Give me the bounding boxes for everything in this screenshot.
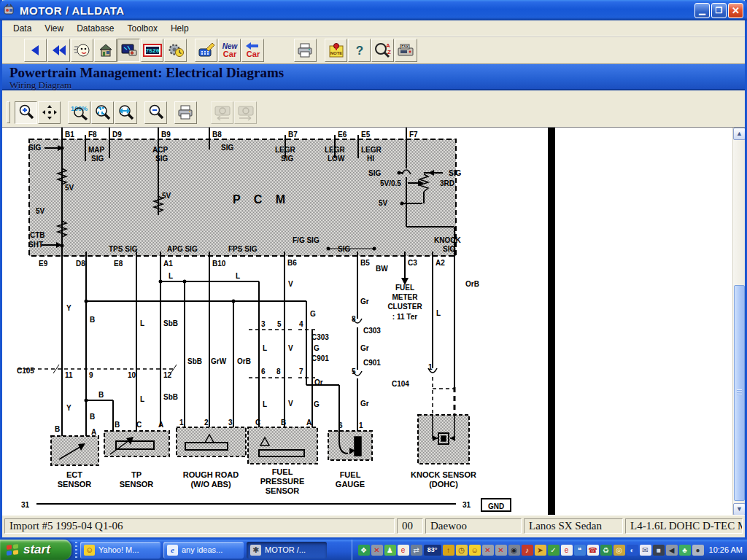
- diagram-label: B: [115, 421, 120, 429]
- svg-text:NOTE: NOTE: [330, 51, 342, 55]
- messenger-icon[interactable]: ❖: [358, 545, 370, 556]
- title-bar[interactable]: MOTOR / ALLDATA ▁ ❐ ✕: [0, 0, 747, 20]
- network-offline-icon[interactable]: ✕: [482, 545, 494, 556]
- diagram-label: C104: [392, 380, 409, 388]
- diagram-label: 1: [428, 363, 433, 371]
- camera-right-icon: [236, 104, 255, 121]
- diagram-label: B8: [212, 131, 222, 139]
- menu-help[interactable]: Help: [164, 22, 196, 35]
- back-button[interactable]: [24, 39, 47, 62]
- network-offline2-icon[interactable]: ✕: [495, 545, 507, 556]
- menu-database[interactable]: Database: [70, 22, 120, 35]
- fax-button[interactable]: FAX: [395, 39, 417, 62]
- diagram-label: MAP: [88, 146, 105, 154]
- weather-icon[interactable]: 83°: [424, 545, 441, 556]
- task-yahoo-messenger[interactable]: ☺ Yahoo! M...: [80, 542, 160, 559]
- diagram-label: GrW: [211, 357, 227, 365]
- diagram-label: CTB: [30, 231, 45, 239]
- motor-app-icon: ✱: [250, 545, 261, 556]
- history-back-button[interactable]: [47, 39, 70, 62]
- minimize-button[interactable]: ▁: [694, 3, 710, 18]
- chat-icon[interactable]: ❝: [574, 545, 586, 556]
- task-motor-alldata[interactable]: ✱ MOTOR /...: [247, 542, 327, 559]
- menu-data[interactable]: Data: [7, 22, 38, 35]
- menu-view[interactable]: View: [38, 22, 70, 35]
- quicklaunch-grip[interactable]: [75, 542, 77, 558]
- display-icon[interactable]: ■: [653, 545, 665, 556]
- fax-icon: FAX: [397, 42, 416, 58]
- diagram-label: TPS SIG: [109, 245, 138, 253]
- previous-car-button[interactable]: Car: [241, 39, 264, 62]
- task-internet-explorer[interactable]: e any ideas...: [163, 542, 244, 559]
- yahoo-messenger-icon[interactable]: ☺: [469, 545, 481, 556]
- printer-icon: [297, 42, 314, 58]
- agent-icon[interactable]: e: [561, 545, 573, 556]
- repair-button[interactable]: [195, 39, 217, 62]
- zoom-fit-button[interactable]: [91, 101, 114, 124]
- help-button[interactable]: ?: [348, 39, 371, 62]
- upload-icon[interactable]: ↑: [443, 545, 454, 556]
- diagram-label: SHT: [28, 241, 43, 249]
- wiring-diagram-canvas[interactable]: B1F8D9B9B8B7E6E5F7SIGMAPSIGACPSIGSIGLEGR…: [2, 128, 732, 515]
- alarm-icon[interactable]: ◷: [456, 545, 468, 556]
- vertical-scrollbar[interactable]: ▲ ▼: [732, 128, 745, 515]
- app-window: MOTOR / ALLDATA ▁ ❐ ✕ Data View Database…: [0, 0, 747, 540]
- restore-button[interactable]: ❐: [711, 3, 727, 18]
- leaf-icon[interactable]: ♣: [679, 545, 691, 556]
- previous-diagram-button[interactable]: [211, 101, 233, 124]
- new-car-button[interactable]: New Car: [218, 39, 241, 62]
- recycle-icon[interactable]: ♻: [600, 545, 612, 556]
- search-az-button[interactable]: A Z: [371, 39, 394, 62]
- pointer-icon[interactable]: ➤: [535, 545, 546, 556]
- diagram-label: FUEL: [272, 467, 293, 476]
- odometer-button[interactable]: 7520: [141, 39, 163, 62]
- status-make: Daewoo: [425, 518, 522, 534]
- display-offline-icon[interactable]: ✕: [371, 545, 383, 556]
- mouse-icon[interactable]: ●: [692, 545, 704, 556]
- scrollbar-thumb[interactable]: [734, 285, 745, 501]
- viewer-print-button[interactable]: [174, 101, 197, 124]
- diagram-label: B: [55, 425, 60, 433]
- mail-icon[interactable]: ✉: [640, 545, 651, 556]
- diagram-label: B: [98, 391, 104, 399]
- close-button[interactable]: ✕: [728, 3, 743, 18]
- antivirus-icon[interactable]: ✓: [548, 545, 560, 556]
- diagram-label: FUEL: [340, 470, 361, 479]
- diagram-label: 5: [277, 320, 282, 328]
- zoom-width-button[interactable]: [115, 101, 137, 124]
- print-button[interactable]: [294, 39, 317, 62]
- zoom-100-button[interactable]: 100%: [68, 101, 90, 124]
- browser-button[interactable]: [71, 39, 93, 62]
- dialer-icon[interactable]: ☎: [587, 545, 599, 556]
- diagram-label: (DOHC): [429, 480, 458, 489]
- toolbar-grip[interactable]: [7, 101, 10, 123]
- clock[interactable]: 10:26 AM: [709, 545, 743, 554]
- scroll-up-button[interactable]: ▲: [733, 128, 745, 140]
- zoom-in-button[interactable]: [15, 101, 37, 124]
- zoom-in-icon: [18, 104, 35, 121]
- scroll-down-button[interactable]: ▼: [733, 503, 745, 515]
- ebay-icon[interactable]: e: [398, 545, 409, 556]
- scheduler-button[interactable]: [164, 39, 187, 62]
- contact-icon[interactable]: ♟: [384, 545, 396, 556]
- pan-button[interactable]: [38, 101, 61, 124]
- zoom-out-button[interactable]: [144, 101, 167, 124]
- main-toolbar: 7520: [2, 36, 745, 64]
- start-button[interactable]: start: [0, 540, 71, 560]
- screen-capture-button[interactable]: [117, 39, 140, 62]
- back-icon: [28, 42, 44, 58]
- camera-icon[interactable]: ◉: [508, 545, 520, 556]
- diagram-label: P C M: [233, 193, 290, 206]
- speaker-icon[interactable]: ◀: [666, 545, 678, 556]
- cd-icon[interactable]: ◎: [614, 545, 625, 556]
- diagram-label: 5: [352, 368, 356, 376]
- volume-mute-icon[interactable]: ♪: [522, 545, 533, 556]
- sync-icon[interactable]: ⇄: [411, 545, 422, 556]
- note-button[interactable]: NOTE: [325, 39, 347, 62]
- home-button[interactable]: [94, 39, 117, 62]
- next-diagram-button[interactable]: [234, 101, 257, 124]
- diagram-label: 12: [163, 371, 172, 379]
- diagram-label: 7: [299, 368, 303, 376]
- menu-toolbox[interactable]: Toolbox: [121, 22, 164, 35]
- browser-icon[interactable]: ◐: [627, 545, 638, 556]
